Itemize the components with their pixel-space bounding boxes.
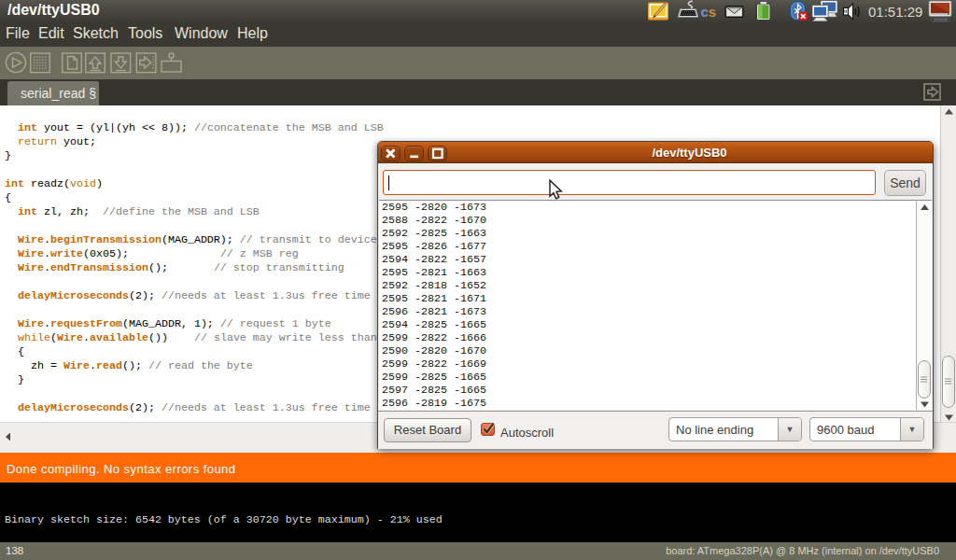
svg-text:cs: cs: [701, 4, 717, 20]
